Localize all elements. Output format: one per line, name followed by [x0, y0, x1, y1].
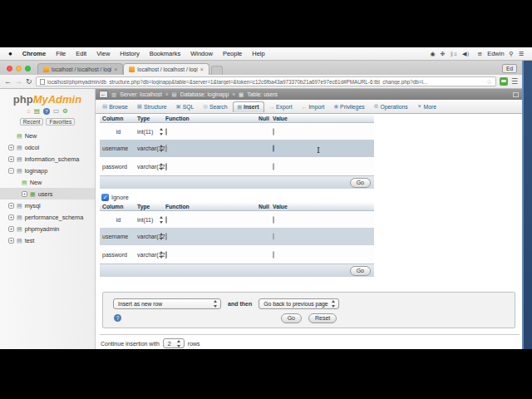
tab-search[interactable]: ◎Search	[199, 101, 231, 111]
after-insert-select[interactable]: Go back to previous page	[259, 298, 338, 309]
zoom-window-button[interactable]	[25, 66, 31, 71]
menu-view[interactable]: View	[91, 50, 115, 57]
sidebar-item-new[interactable]: ▤ New	[0, 130, 95, 141]
function-select-username[interactable]	[165, 145, 167, 152]
wifi-icon[interactable]: ≌	[477, 51, 482, 57]
value-input-username[interactable]	[273, 145, 274, 152]
function-select-id[interactable]	[165, 128, 167, 135]
doc-icon[interactable]: ▭	[53, 108, 59, 115]
function-select-password[interactable]	[165, 163, 167, 170]
sidebar-item-information-schema[interactable]: + ▤ information_schema	[0, 153, 95, 165]
sidebar-item-users[interactable]: + ▦ users	[0, 188, 95, 200]
favorites-dropdown[interactable]: Favorites	[46, 118, 75, 126]
function-select-username[interactable]	[165, 233, 167, 240]
sidebar-item-performance-schema[interactable]: + ▤ performance_schema	[0, 211, 95, 223]
extension-icon[interactable]	[500, 77, 508, 86]
tab-more[interactable]: ▼More	[413, 102, 441, 111]
input-source-icon[interactable]: ◉	[430, 51, 435, 57]
sidebar-item-loginapp-new[interactable]: ▤ New	[0, 176, 95, 188]
collapse-icon[interactable]: −	[8, 168, 14, 174]
null-header: Null	[259, 204, 273, 209]
go-button[interactable]: Go	[350, 178, 371, 188]
expand-icon[interactable]: +	[8, 203, 14, 209]
menu-window[interactable]: Window	[185, 50, 218, 57]
insert-mode-select[interactable]: Insert as new row	[113, 298, 221, 309]
browser-tab-2-active[interactable]: localhost / localhost / logi ×	[123, 63, 209, 75]
tab-operations[interactable]: ⚙Operations	[370, 101, 412, 111]
home-icon[interactable]: ⌂	[27, 108, 31, 115]
server-icon: ▥	[111, 91, 116, 98]
phpmyadmin-logo[interactable]: phpMyAdmin	[0, 93, 95, 106]
tab-export[interactable]: →Export	[265, 102, 297, 111]
address-bar[interactable]: localhost/phpmyadmin/db_structure.php?db…	[36, 76, 496, 86]
help-icon[interactable]: ?	[43, 108, 50, 115]
minimize-window-button[interactable]	[16, 66, 22, 71]
row-count-select[interactable]: 2	[163, 338, 185, 348]
tab-close-icon[interactable]: ×	[114, 66, 117, 72]
chrome-menu-icon[interactable]: ☰	[511, 77, 518, 86]
sidebar-item-test[interactable]: + ▤ test	[0, 234, 95, 246]
maximize-icon[interactable]	[513, 92, 519, 97]
docs-help-icon[interactable]: ?	[114, 314, 121, 322]
sidebar-item-phpmyadmin[interactable]: + ▤ phpmyadmin	[0, 223, 95, 234]
value-input-id[interactable]	[273, 128, 274, 135]
menu-history[interactable]: History	[115, 50, 144, 57]
expand-icon[interactable]: +	[22, 191, 27, 197]
menu-chrome[interactable]: Chrome	[17, 50, 51, 57]
tab-browse[interactable]: ▤Browse	[98, 101, 132, 111]
user-menu[interactable]: Edwin	[487, 50, 504, 57]
reset-button[interactable]: Reset	[308, 313, 337, 323]
notification-center-icon[interactable]: ☰	[519, 51, 524, 57]
value-input-id[interactable]	[273, 216, 274, 224]
value-input-password[interactable]	[273, 251, 274, 259]
expand-icon[interactable]: +	[8, 145, 14, 150]
value-input-password[interactable]	[273, 163, 274, 170]
breadcrumb-table[interactable]: Table: users	[247, 91, 278, 97]
value-input-username[interactable]	[273, 233, 274, 240]
menu-bookmarks[interactable]: Bookmarks	[145, 50, 186, 57]
sidebar-item-odcol[interactable]: + ▤ odcol	[0, 141, 95, 153]
menu-file[interactable]: File	[51, 50, 71, 57]
function-select-id[interactable]	[165, 216, 167, 224]
forward-button[interactable]: →	[15, 78, 22, 86]
bluetooth-battery-icon[interactable]: ᛒ▯	[450, 51, 456, 57]
volume-icon[interactable]: ◀）	[462, 50, 472, 58]
menu-people[interactable]: People	[218, 50, 247, 57]
breadcrumb-server[interactable]: Server: localhost	[120, 91, 162, 97]
tab-structure[interactable]: ▦Structure	[133, 101, 171, 111]
expand-icon[interactable]: +	[8, 156, 14, 162]
url-text[interactable]: localhost/phpmyadmin/db_structure.php?db…	[47, 79, 485, 85]
expand-icon[interactable]: +	[8, 214, 14, 220]
settings-icon[interactable]: ⚙	[62, 108, 68, 115]
go-button[interactable]: Go	[350, 266, 371, 276]
tab-import[interactable]: ←Import	[298, 102, 329, 111]
apple-menu-icon[interactable]: ●	[8, 51, 12, 57]
function-select-password[interactable]	[165, 251, 167, 259]
back-button[interactable]: ←	[4, 78, 12, 86]
close-window-button[interactable]	[7, 66, 12, 71]
bookmark-star-icon[interactable]: ☆	[486, 78, 492, 86]
expand-icon[interactable]: +	[8, 238, 14, 244]
browser-tab-1[interactable]: localhost / localhost / logi ×	[37, 63, 123, 75]
recent-dropdown[interactable]: Recent	[20, 118, 44, 126]
spotlight-icon[interactable]: ⚲	[510, 51, 514, 57]
ignore-checkbox[interactable]: ✓	[101, 194, 109, 201]
submit-go-button[interactable]: Go	[281, 313, 302, 323]
tab-sql[interactable]: ▣SQL	[172, 101, 199, 111]
insert-icon: ⊞	[238, 104, 242, 111]
sidebar-item-mysql[interactable]: + ▤ mysql	[0, 200, 95, 211]
tab-insert[interactable]: ⊞Insert	[233, 101, 264, 112]
chrome-profile-button[interactable]: Ed	[502, 64, 517, 73]
menu-help[interactable]: Help	[247, 50, 269, 57]
display-icon[interactable]: ❉	[441, 51, 446, 57]
expand-icon[interactable]: +	[8, 226, 14, 232]
tab-privileges[interactable]: ◉Privileges	[329, 101, 368, 111]
new-tab-button[interactable]	[211, 66, 223, 75]
sidebar-item-loginapp[interactable]: − ▤ loginapp	[0, 165, 95, 176]
menu-edit[interactable]: Edit	[71, 50, 91, 57]
empty-session-icon[interactable]: ▤	[34, 108, 40, 115]
tab-close-icon[interactable]: ×	[200, 66, 204, 72]
nav-panel-toggle-icon[interactable]: ←	[99, 91, 108, 98]
breadcrumb-database[interactable]: Database: loginapp	[180, 91, 229, 97]
reload-button[interactable]: ↻	[26, 78, 32, 86]
